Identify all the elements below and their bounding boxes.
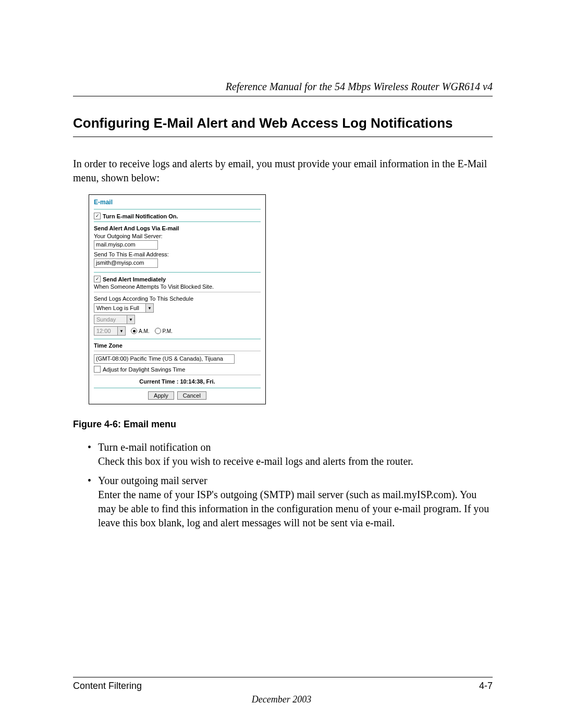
timezone-heading: Time Zone — [94, 342, 261, 349]
sendto-input[interactable]: jsmith@myisp.com — [94, 258, 158, 268]
immediate-alert-row: ✓ Send Alert Immediately — [94, 276, 261, 282]
immediate-alert-label: Send Alert Immediately — [103, 276, 166, 282]
timezone-input[interactable]: (GMT-08:00) Pacific Time (US & Canada), … — [94, 354, 235, 364]
bullet-title: Turn e-mail notification on — [98, 441, 211, 453]
email-panel: E-mail ✓ Turn E-mail Notification On. Se… — [89, 194, 266, 404]
checkbox-icon[interactable] — [94, 366, 101, 373]
list-item: Your outgoing mail server Enter the name… — [88, 474, 493, 530]
sendto-label: Send To This E-mail Address: — [94, 251, 261, 257]
am-label: A.M. — [139, 328, 150, 334]
schedule-time-select[interactable]: 12:00 ▼ — [94, 326, 126, 336]
outgoing-server-label: Your Outgoing Mail Server: — [94, 233, 261, 239]
schedule-frequency-value: When Log is Full — [94, 304, 145, 312]
divider — [94, 209, 261, 209]
schedule-heading: Send Logs According To This Schedule — [94, 295, 261, 302]
radio-am[interactable] — [131, 328, 137, 334]
divider — [94, 221, 261, 222]
dst-row: Adjust for Daylight Savings Time — [94, 366, 261, 373]
notification-toggle-row: ✓ Turn E-mail Notification On. — [94, 213, 261, 219]
divider — [94, 272, 261, 273]
divider — [94, 375, 261, 375]
divider — [94, 292, 261, 292]
footer-right: 4-7 — [479, 681, 493, 692]
chevron-down-icon: ▼ — [117, 327, 125, 335]
section-title: Configuring E-Mail Alert and Web Access … — [73, 115, 493, 137]
apply-button[interactable]: Apply — [148, 391, 174, 400]
chevron-down-icon: ▼ — [127, 315, 134, 324]
schedule-time-value: 12:00 — [94, 327, 117, 335]
panel-title: E-mail — [94, 199, 261, 206]
schedule-frequency-select[interactable]: When Log is Full ▼ — [94, 303, 154, 313]
schedule-time-row: 12:00 ▼ A.M. P.M. — [94, 326, 261, 336]
pm-label: P.M. — [163, 328, 173, 334]
schedule-day-select[interactable]: Sunday ▼ — [94, 315, 135, 324]
divider — [94, 339, 261, 339]
outgoing-server-input[interactable]: mail.myisp.com — [94, 240, 158, 250]
divider — [94, 388, 261, 388]
dst-label: Adjust for Daylight Savings Time — [103, 366, 185, 373]
list-item: Turn e-mail notification on Check this b… — [88, 440, 493, 468]
document-page: Reference Manual for the 54 Mbps Wireles… — [0, 0, 563, 728]
footer-left: Content Filtering — [73, 681, 142, 692]
cancel-button[interactable]: Cancel — [177, 391, 206, 400]
schedule-day-value: Sunday — [94, 315, 127, 324]
description-list: Turn e-mail notification on Check this b… — [73, 440, 493, 530]
button-row: Apply Cancel — [94, 391, 261, 400]
divider — [94, 351, 261, 351]
footer-date: December 2003 — [0, 694, 563, 705]
intro-paragraph: In order to receive logs and alerts by e… — [73, 157, 493, 185]
running-header: Reference Manual for the 54 Mbps Wireles… — [73, 81, 493, 96]
checkbox-icon[interactable]: ✓ — [94, 276, 101, 282]
bullet-body: Enter the name of your ISP's outgoing (S… — [98, 489, 489, 528]
figure-caption: Figure 4-6: Email menu — [73, 419, 493, 430]
alerts-heading: Send Alert And Logs Via E-mail — [94, 225, 261, 231]
current-time: Current Time : 10:14:38, Fri. — [94, 378, 261, 385]
radio-pm[interactable] — [155, 328, 161, 334]
bullet-title: Your outgoing mail server — [98, 475, 207, 486]
checkbox-icon[interactable]: ✓ — [94, 213, 101, 219]
page-footer: Content Filtering 4-7 — [73, 677, 493, 692]
notification-toggle-label: Turn E-mail Notification On. — [103, 213, 178, 219]
immediate-alert-sublabel: When Someone Attempts To Visit Blocked S… — [94, 283, 261, 290]
chevron-down-icon: ▼ — [145, 304, 153, 312]
bullet-body: Check this box if you wish to receive e-… — [98, 455, 413, 467]
